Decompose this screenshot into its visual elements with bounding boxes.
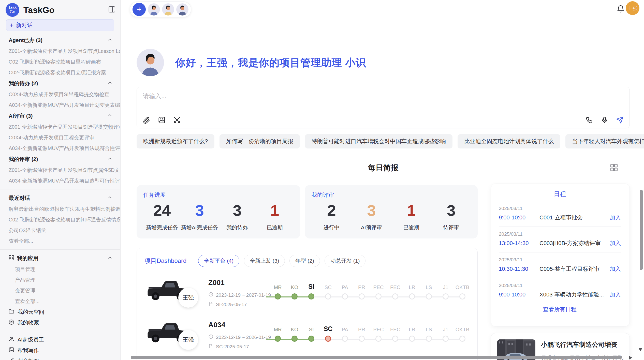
- milestone-OKTB[interactable]: OKTB: [454, 282, 471, 299]
- milestone-LS[interactable]: LS: [420, 282, 437, 299]
- sidebar-task-item[interactable]: C02-飞腾新能源轻客改款项目立项汇报方案: [0, 67, 120, 78]
- sidebar-item-my-apps[interactable]: 我的应用: [0, 253, 120, 264]
- mic-icon[interactable]: [601, 116, 609, 124]
- suggestion-chip[interactable]: 欧洲新规最近颁布了什么?: [137, 134, 214, 148]
- milestone-J1[interactable]: J1: [437, 282, 454, 299]
- sidebar-collapse-icon[interactable]: [108, 6, 116, 13]
- sidebar-task-item[interactable]: A034-全新新能源MUV产品开发项目法规符合性评审: [0, 143, 120, 154]
- milestone-KO[interactable]: KO: [286, 282, 303, 299]
- chevron-up-icon[interactable]: [107, 156, 113, 162]
- milestone-FEC[interactable]: FEC: [387, 282, 404, 299]
- add-agent-button[interactable]: +: [133, 3, 146, 16]
- scroll-down-arrow[interactable]: [638, 348, 642, 351]
- image-upload-icon[interactable]: [158, 116, 166, 124]
- chevron-up-icon[interactable]: [107, 113, 113, 119]
- milestone-MR[interactable]: MR: [269, 324, 286, 342]
- agent-avatar[interactable]: [162, 3, 174, 16]
- sidebar-app-item[interactable]: 变更管理: [0, 285, 120, 296]
- briefing-layout-icon[interactable]: [609, 163, 619, 172]
- view-all-schedule-link[interactable]: 查看所有日程: [499, 306, 621, 313]
- paperclip-icon[interactable]: [142, 116, 151, 124]
- milestone-PR[interactable]: PR: [353, 324, 370, 342]
- sidebar-task-item[interactable]: C0X4-动力总成开发项目工程变更评审: [0, 132, 120, 143]
- sidebar-app-item[interactable]: 产品管理: [0, 275, 120, 285]
- milestone-SC[interactable]: SC: [320, 282, 336, 299]
- sidebar-item-pen[interactable]: 创意制图: [0, 356, 120, 360]
- sidebar-task-item[interactable]: A034-全新新能源MUV产品开发项目造型可行性评审: [0, 175, 120, 186]
- vertical-scrollbar[interactable]: [640, 190, 643, 270]
- sidebar-scroll-area: Agent已办 (3)Z001-全新燃油皮卡产品开发项目SI节点Lesson L…: [0, 31, 120, 360]
- milestone-J1[interactable]: J1: [437, 324, 454, 342]
- sidebar-task-item[interactable]: Z001-全新燃油轻卡产品开发项目SI节点属性5D文件评审: [0, 165, 120, 175]
- milestone-PA[interactable]: PA: [336, 324, 353, 342]
- milestone-MR[interactable]: MR: [269, 282, 286, 299]
- new-chat-button[interactable]: + 新对话: [6, 19, 114, 31]
- scroll-right-arrow[interactable]: [629, 356, 632, 360]
- section-header[interactable]: 最近对话: [0, 192, 120, 204]
- sidebar-app-item[interactable]: 查看全部...: [0, 296, 120, 307]
- agent-avatar[interactable]: [176, 3, 188, 16]
- milestone-PR[interactable]: PR: [353, 282, 370, 299]
- join-button[interactable]: 加入: [610, 291, 621, 298]
- screenshot-scissors-icon[interactable]: [173, 116, 181, 124]
- join-button[interactable]: 加入: [610, 214, 621, 221]
- join-button[interactable]: 加入: [610, 265, 621, 273]
- milestone-PEC[interactable]: PEC: [370, 324, 387, 342]
- sidebar-item-badge[interactable]: 我的收藏: [0, 317, 120, 328]
- milestone-PA[interactable]: PA: [336, 282, 353, 299]
- sidebar-item-image-doc[interactable]: 帮我写作: [0, 345, 120, 356]
- suggestion-chip[interactable]: 当下年轻人对汽车外观有怎样的喜好趋势: [565, 134, 644, 148]
- section-header[interactable]: 我的待办 (2): [0, 78, 120, 89]
- sidebar-app-item[interactable]: 项目管理: [0, 264, 120, 275]
- project-row[interactable]: 王强A0342023-12-19 ~ 2026-01-19SC-2025-05-…: [144, 318, 470, 357]
- chevron-up-icon[interactable]: [107, 195, 113, 201]
- chat-input[interactable]: [143, 93, 623, 100]
- section-header[interactable]: AI评审 (3): [0, 110, 120, 122]
- sidebar-recent-item[interactable]: 查看全部...: [0, 236, 120, 246]
- suggestion-chip[interactable]: 特朗普可能对进口汽车增税会对中国车企造成哪些影响: [305, 134, 452, 148]
- dashboard-tab[interactable]: 全新平台 (4): [198, 255, 239, 267]
- project-flag-text: SI-2025-05-17: [216, 302, 247, 307]
- stat-card-title: 任务进度: [143, 191, 294, 199]
- dashboard-tab[interactable]: 全新上装 (3): [244, 255, 285, 267]
- sidebar-recent-item[interactable]: 公司Q3轻卡销量: [0, 225, 120, 236]
- milestone-FEC[interactable]: FEC: [387, 324, 404, 342]
- milestone-PEC[interactable]: PEC: [370, 282, 387, 299]
- sidebar-task-item[interactable]: C02-飞腾新能源轻客改款项目里程碑画布: [0, 56, 120, 67]
- section-header[interactable]: Agent已办 (3): [0, 35, 120, 46]
- sidebar-task-item[interactable]: A034-全新新能源MUV产品开发项目计划变更表编写: [0, 100, 120, 110]
- milestone-LS[interactable]: LS: [420, 324, 437, 342]
- sidebar-task-item[interactable]: Z001-全新燃油轻卡产品开发项目SI造型提交物评审: [0, 122, 120, 132]
- suggestion-chip[interactable]: 比亚迪全固态电池计划具体说了什么: [458, 134, 560, 148]
- send-icon[interactable]: [616, 116, 624, 124]
- milestone-SC[interactable]: SC: [320, 324, 336, 342]
- dashboard-tab[interactable]: 动总开发 (1): [325, 255, 366, 267]
- sidebar-recent-item[interactable]: 解释最新出台的欧盟报废车法规再生塑料比例被调至15%...: [0, 204, 120, 214]
- milestone-KO[interactable]: KO: [286, 324, 303, 342]
- project-row[interactable]: 王强Z0012023-12-19 ~ 2027-01-19SI-2025-05-…: [144, 276, 470, 315]
- join-button[interactable]: 加入: [610, 239, 621, 247]
- horizontal-scrollbar[interactable]: [131, 356, 622, 359]
- milestone-LR[interactable]: LR: [404, 324, 420, 342]
- milestone-SI[interactable]: SI: [303, 282, 320, 299]
- schedule-events: 2025/03/119:00-10:00C001-立项审批会加入2025/03/…: [499, 206, 621, 304]
- chevron-up-icon[interactable]: [107, 255, 113, 262]
- milestone-OKTB[interactable]: OKTB: [454, 324, 471, 342]
- agent-avatar[interactable]: [148, 3, 160, 16]
- bell-icon[interactable]: [616, 5, 625, 13]
- sidebar-item-users[interactable]: AI超级员工: [0, 334, 120, 345]
- user-avatar[interactable]: 王强: [626, 1, 639, 15]
- milestone-SI[interactable]: SI: [303, 324, 320, 342]
- sidebar-task-item[interactable]: C0X4-动力总成开发项目SI里程碑提交物检查: [0, 89, 120, 100]
- section-header[interactable]: 我的评审 (2): [0, 154, 120, 165]
- milestone-LR[interactable]: LR: [404, 282, 420, 299]
- sidebar-task-item[interactable]: Z001-全新燃油皮卡产品开发项目SI节点Lesson Learn报告: [0, 46, 120, 56]
- chevron-up-icon[interactable]: [107, 80, 113, 87]
- sidebar-item-folder[interactable]: 我的云空间: [0, 307, 120, 317]
- suggestion-chip[interactable]: 如何写一份清晰的项目周报: [219, 134, 300, 148]
- dashboard-tab[interactable]: 年型 (2): [289, 255, 320, 267]
- chevron-up-icon[interactable]: [107, 37, 113, 43]
- dashboard-header: 项目Dashboard 全新平台 (4)全新上装 (3)年型 (2)动总开发 (…: [144, 255, 470, 267]
- phone-icon[interactable]: [585, 116, 593, 124]
- sidebar-recent-item[interactable]: C02-飞腾新能源轻客改款项目的闭环通告反馈情况: [0, 214, 120, 225]
